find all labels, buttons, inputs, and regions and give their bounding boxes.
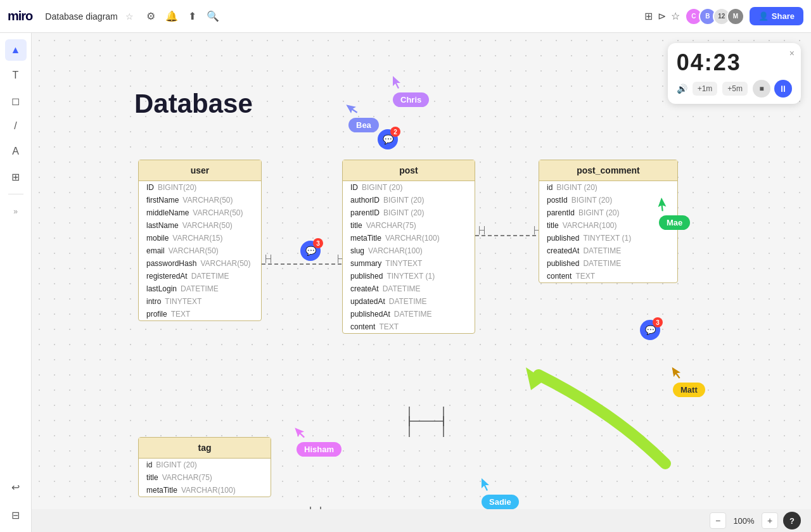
zoom-out-button[interactable]: − <box>710 512 726 529</box>
table-row: middleNameVARCHAR(50) <box>139 206 261 219</box>
table-post[interactable]: post IDBIGINT (20) authorIDBIGINT (20) p… <box>342 160 475 334</box>
favorite-icon[interactable]: ☆ <box>125 11 134 22</box>
cursor-chris: Chris <box>393 76 429 107</box>
frame-icon: ⊞ <box>11 171 20 183</box>
comment-count-3: 3 <box>653 317 663 327</box>
timer-stop-button[interactable]: ■ <box>753 80 770 98</box>
apps-icon[interactable]: ⊞ <box>644 10 653 22</box>
left-toolbar: ▲ T ◻ / A ⊞ » ↩ ⊟ <box>0 33 32 532</box>
canvas-title: Database <box>134 89 253 119</box>
more-icon: » <box>13 207 18 216</box>
timer-display: 04:23 <box>677 49 792 76</box>
table-row: slugVARCHAR(100) <box>343 244 475 257</box>
cursor-hisham: Hisham <box>297 426 342 457</box>
comment-bubble-3[interactable]: 💬 3 <box>640 320 660 340</box>
comment-icon: 💬 <box>305 246 316 256</box>
topbar-right: ⊞ ⊳ ☆ C B 12 M 👤 Share <box>644 7 803 25</box>
cursor-sadie: Sadie <box>482 478 519 509</box>
svg-text:├┤: ├┤ <box>477 225 487 235</box>
sticky-icon: ◻ <box>11 95 20 107</box>
table-row: createdAtDATETIME <box>539 244 677 257</box>
comment-bubble-2[interactable]: 💬 3 <box>300 241 321 261</box>
document-title[interactable]: Database diagram <box>45 11 117 22</box>
share-icon: 👤 <box>758 11 769 21</box>
table-row: passwordHashVARCHAR(50) <box>139 257 261 270</box>
cursor-bea: Bea <box>348 101 379 132</box>
table-row: mobileVARCHAR(15) <box>139 232 261 244</box>
search-icon[interactable]: 🔍 <box>207 10 219 22</box>
bottom-bar: − 100% + ? <box>32 509 811 532</box>
table-tag-header: tag <box>139 438 271 459</box>
more-tool[interactable]: » <box>5 201 27 222</box>
cursor-icon: ▲ <box>11 44 21 56</box>
pen-tool[interactable]: / <box>5 115 27 137</box>
table-row: registeredAtDATETIME <box>139 270 261 282</box>
table-row: introTINYTEXT <box>139 295 261 308</box>
comment-icon: 💬 <box>383 134 393 144</box>
text-tool[interactable]: T <box>5 65 27 86</box>
table-row: updatedAtDATETIME <box>343 295 475 308</box>
pen-icon: / <box>14 120 16 132</box>
table-row: summaryTINYTEXT <box>343 257 475 270</box>
table-row: metaTitleVARCHAR(100) <box>343 232 475 244</box>
cursor-chris-label: Chris <box>393 92 429 107</box>
cursor-mae: Mae <box>659 199 690 230</box>
svg-marker-16 <box>657 198 668 212</box>
timer-pause-button[interactable]: ⏸ <box>774 80 792 98</box>
svg-marker-18 <box>295 425 306 440</box>
cursor-mae-label: Mae <box>659 215 690 230</box>
timer-add-5m-button[interactable]: +5m <box>722 82 748 96</box>
table-row: emailVARCHAR(50) <box>139 244 261 257</box>
timer-close-button[interactable]: × <box>789 48 795 58</box>
table-row: postIdBIGINT (20) <box>539 194 677 206</box>
table-row: titleVARCHAR(75) <box>343 219 475 232</box>
timer-sound-icon[interactable]: 🔊 <box>677 84 687 94</box>
canvas[interactable]: ├┤ ├┤ ├┤ ├┤ Database user IDBIGINT(20) f… <box>32 33 811 509</box>
svg-marker-14 <box>393 76 400 89</box>
sidebar-toggle[interactable]: ⊟ <box>5 504 27 526</box>
table-row: titleVARCHAR(75) <box>139 471 271 484</box>
svg-marker-19 <box>482 478 489 491</box>
table-post-header: post <box>343 160 475 181</box>
sidebar-icon: ⊟ <box>11 509 20 521</box>
table-row: authorIDBIGINT (20) <box>343 194 475 206</box>
svg-text:├┤: ├┤ <box>264 254 274 263</box>
timer-minutes: 04 <box>677 49 705 75</box>
filter-icon[interactable]: ⊳ <box>658 10 666 22</box>
timer-seconds: 23 <box>713 49 741 75</box>
topbar: miro Database diagram ☆ ⚙ 🔔 ⬆ 🔍 ⊞ ⊳ ☆ C … <box>0 0 811 33</box>
font-tool[interactable]: A <box>5 141 27 162</box>
comment-count-2: 3 <box>313 238 323 248</box>
undo-tool[interactable]: ↩ <box>5 476 27 498</box>
table-post-comment[interactable]: post_comment idBIGINT (20) postIdBIGINT … <box>539 160 678 283</box>
table-row: lastLoginDATETIME <box>139 282 261 295</box>
topbar-icons: ⚙ 🔔 ⬆ 🔍 <box>146 10 219 22</box>
table-row: titleVARCHAR(100) <box>539 219 677 232</box>
settings-icon[interactable]: ⚙ <box>146 10 155 22</box>
share-upload-icon[interactable]: ⬆ <box>188 10 196 22</box>
table-row: publishedTINYTEXT (1) <box>539 232 677 244</box>
table-tag[interactable]: tag idBIGINT (20) titleVARCHAR(75) metaT… <box>138 437 271 497</box>
svg-marker-15 <box>346 101 359 115</box>
avatar-3: M <box>727 8 744 25</box>
present-icon[interactable]: ☆ <box>671 10 680 22</box>
table-row: firstNameVARCHAR(50) <box>139 194 261 206</box>
sticky-tool[interactable]: ◻ <box>5 90 27 111</box>
timer-add-1m-button[interactable]: +1m <box>693 82 718 96</box>
zoom-in-button[interactable]: + <box>762 512 778 529</box>
share-button[interactable]: 👤 Share <box>750 7 803 25</box>
table-row: publishedTINYTEXT (1) <box>343 270 475 282</box>
notifications-icon[interactable]: 🔔 <box>165 10 178 22</box>
font-icon: A <box>12 146 19 157</box>
select-tool[interactable]: ▲ <box>5 39 27 61</box>
comment-icon: 💬 <box>645 325 656 335</box>
frame-tool[interactable]: ⊞ <box>5 166 27 187</box>
table-row: contentTEXT <box>539 270 677 282</box>
table-post-comment-header: post_comment <box>539 160 677 181</box>
timer-colon: : <box>705 49 713 75</box>
collaborators-avatars[interactable]: C B 12 M <box>685 8 744 25</box>
table-row: idBIGINT (20) <box>539 181 677 194</box>
comment-bubble-1[interactable]: 💬 2 <box>378 129 398 149</box>
help-button[interactable]: ? <box>783 512 801 529</box>
table-user[interactable]: user IDBIGINT(20) firstNameVARCHAR(50) m… <box>138 160 262 321</box>
